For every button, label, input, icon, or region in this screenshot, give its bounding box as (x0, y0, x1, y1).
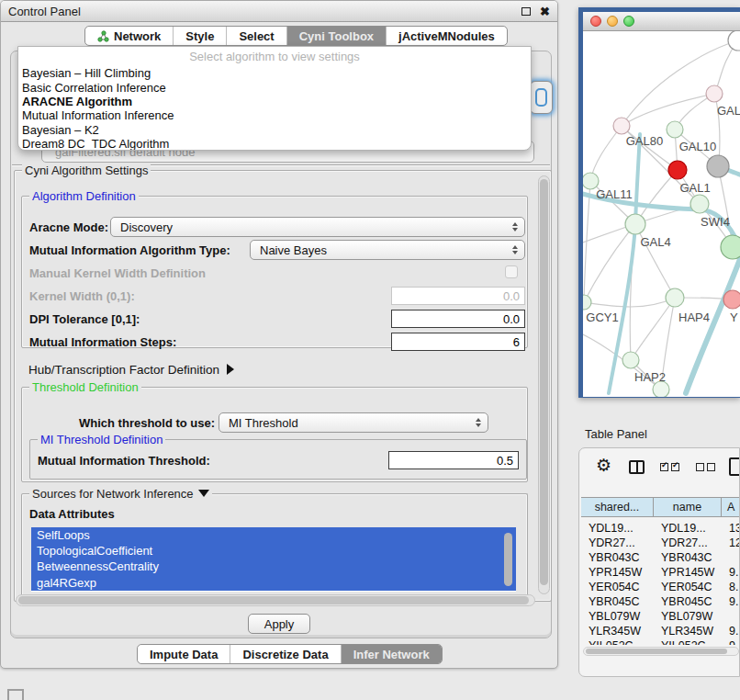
close-window-icon[interactable] (590, 16, 601, 27)
algorithm-definition-title: Algorithm Definition (29, 189, 139, 203)
close-panel-icon[interactable]: ✖ (540, 6, 550, 17)
network-node[interactable] (707, 155, 729, 177)
sources-group: Sources for Network Inference Data Attri… (21, 493, 528, 600)
settings-vertical-scrollbar[interactable] (538, 175, 550, 594)
algorithm-definition-group: Algorithm Definition Aracne Mode: Discov… (21, 196, 528, 348)
manual-kernel-checkbox[interactable] (505, 265, 518, 278)
mi-type-label: Mutual Information Algorithm Type: (29, 243, 230, 257)
mi-threshold-definition-title: MI Threshold Definition (38, 433, 165, 446)
aracne-mode-combo[interactable]: Discovery (110, 217, 525, 237)
table-cell: YBR045C (581, 595, 654, 608)
select-all-columns-icon[interactable] (660, 463, 679, 471)
network-node[interactable] (706, 85, 723, 102)
table-cell: YDR27... (581, 536, 654, 549)
apply-button[interactable]: Apply (248, 614, 310, 634)
table-row[interactable]: YDL19...YDL19...13 (581, 521, 740, 536)
kernel-width-label: Kernel Width (0,1): (29, 289, 135, 303)
dpi-tolerance-field[interactable]: 0.0 (391, 310, 525, 328)
expander-arrow-icon (227, 364, 234, 375)
deselect-all-columns-icon[interactable] (696, 463, 715, 471)
table-horizontal-scrollbar[interactable] (583, 647, 739, 656)
tab-jactivemnodules[interactable]: jActiveMNodules (386, 27, 507, 45)
tab-style[interactable]: Style (173, 27, 226, 45)
table-row[interactable]: YBR043CYBR043C (581, 550, 740, 565)
column-header-name[interactable]: name (654, 498, 722, 516)
algorithm-option[interactable]: Bayesian – K2 (18, 123, 531, 137)
network-node[interactable] (690, 195, 709, 213)
tab-network[interactable]: Network (85, 27, 173, 45)
network-node[interactable] (728, 31, 740, 51)
tab-cyni-toolbox[interactable]: Cyni Toolbox (286, 27, 386, 45)
tab-discretize-data[interactable]: Discretize Data (230, 645, 340, 663)
table-cell: YLR345W (654, 625, 722, 638)
table-cell: YIL052C (581, 639, 654, 645)
table-row[interactable]: YPR145WYPR145W9. (581, 565, 740, 580)
network-edge (622, 94, 714, 126)
network-node-label: GCY1 (586, 310, 618, 324)
table-cell: YPR145W (654, 566, 722, 579)
page-icon[interactable] (729, 457, 740, 476)
network-canvas[interactable]: GALGAL80GAL10GAL1GAL11SWI4GAL4GCY1HAP4YH… (583, 31, 740, 397)
network-node-label: GAL10 (679, 140, 716, 153)
network-node[interactable] (667, 121, 683, 138)
algorithm-option[interactable]: Mutual Information Inference (18, 108, 531, 122)
tab-infer-network[interactable]: Infer Network (341, 645, 442, 663)
data-attribute-item[interactable]: gal4RGexp (31, 575, 516, 591)
mi-threshold-field[interactable]: 0.5 (388, 451, 519, 469)
columns-icon[interactable] (629, 460, 645, 474)
algorithm-option[interactable]: ARACNE Algorithm (18, 95, 531, 108)
collapse-arrow-icon (198, 490, 209, 497)
collapsed-panel-icon[interactable] (7, 689, 24, 700)
table-row[interactable]: YBL079WYBL079W (581, 609, 740, 624)
zoom-window-icon[interactable] (623, 16, 634, 27)
table-row[interactable]: YIL052CYIL052C9 (581, 638, 740, 645)
network-node[interactable] (721, 235, 740, 259)
algorithm-dropdown-list: Bayesian – Hill ClimbingBasic Correlatio… (18, 66, 531, 151)
table-row[interactable]: YDR27...YDR27...12 (581, 536, 740, 550)
network-node-label: GAL80 (626, 134, 663, 148)
network-edge-thick (686, 259, 740, 393)
table-panel: ⚙ shared... name A YDL19...YDL19...13YDR… (578, 447, 740, 677)
kernel-width-field[interactable]: 0.0 (391, 287, 525, 305)
algorithm-option[interactable]: Basic Correlation Inference (18, 80, 531, 94)
data-attributes-list[interactable]: SelfLoopsTopologicalCoefficientBetweenne… (31, 527, 516, 592)
mi-type-combo[interactable]: Naive Bayes (250, 240, 525, 260)
data-attribute-item[interactable]: SelfLoops (31, 527, 516, 543)
algorithm-option[interactable]: Dream8 DC_TDC Algorithm (18, 137, 531, 151)
table-cell: YLR345W (581, 625, 654, 638)
attributes-scrollbar[interactable] (504, 533, 512, 586)
mi-threshold-label: Mutual Information Threshold: (38, 454, 210, 468)
network-node[interactable] (625, 214, 645, 234)
float-panel-icon[interactable] (521, 7, 531, 16)
tab-impute-data[interactable]: Impute Data (138, 645, 230, 663)
network-node[interactable] (666, 288, 684, 307)
network-node[interactable] (622, 352, 639, 368)
minimize-window-icon[interactable] (607, 16, 618, 27)
table-row[interactable]: YBR045CYBR045C9. (581, 594, 740, 609)
algorithm-option[interactable]: Bayesian – Hill Climbing (18, 66, 531, 80)
network-node[interactable] (723, 290, 740, 309)
table-row[interactable]: YLR345WYLR345W9. (581, 624, 740, 638)
network-node[interactable] (668, 161, 687, 179)
settings-horizontal-scrollbar[interactable] (16, 594, 535, 606)
sources-group-title[interactable]: Sources for Network Inference (29, 487, 212, 501)
network-node[interactable] (613, 118, 630, 134)
data-attribute-item[interactable]: BetweennessCentrality (31, 559, 516, 574)
table-cell: YBR043C (581, 551, 654, 564)
network-node-label: GAL11 (596, 187, 633, 201)
gear-icon[interactable]: ⚙ (596, 457, 611, 474)
manual-kernel-label: Manual Kernel Width Definition (29, 266, 206, 280)
column-header-shared-name[interactable]: shared... (581, 498, 654, 516)
network-node[interactable] (583, 295, 591, 310)
hub-definition-expander[interactable]: Hub/Transcription Factor Definition (28, 363, 234, 377)
mi-steps-field[interactable]: 6 (391, 333, 525, 351)
column-header-partial[interactable]: A (722, 498, 740, 516)
control-panel-window: Control Panel ✖ Network Style Select Cyn… (0, 0, 558, 669)
table-row[interactable]: YER054CYER054C8. (581, 580, 740, 594)
table-cell: 9 (722, 639, 740, 645)
tab-select[interactable]: Select (226, 27, 286, 45)
network-icon (97, 30, 109, 42)
which-threshold-combo[interactable]: MI Threshold (219, 412, 488, 433)
data-attribute-item[interactable]: TopologicalCoefficient (31, 543, 516, 559)
which-threshold-label: Which threshold to use: (79, 416, 215, 430)
